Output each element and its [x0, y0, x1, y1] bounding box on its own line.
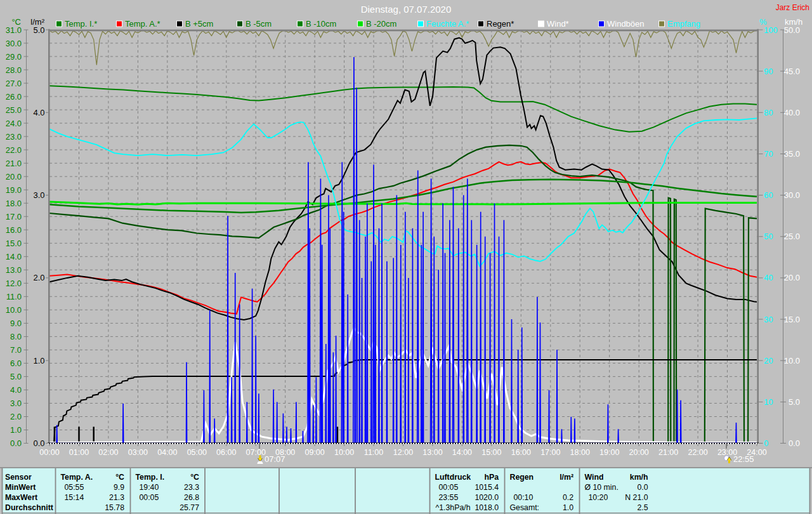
svg-text:30.0: 30.0	[6, 39, 22, 48]
svg-text:40.0: 40.0	[784, 108, 800, 117]
svg-text:07:00: 07:00	[246, 448, 266, 457]
svg-text:13:00: 13:00	[422, 448, 442, 457]
svg-text:l/m²: l/m²	[560, 473, 573, 482]
svg-text:9.0: 9.0	[10, 319, 22, 328]
svg-text:5.0: 5.0	[10, 372, 22, 381]
svg-text:50.0: 50.0	[784, 25, 800, 35]
svg-text:10.0: 10.0	[6, 305, 22, 315]
svg-text:Temp. I.: Temp. I.	[136, 473, 165, 482]
svg-text:4.0: 4.0	[10, 385, 22, 395]
svg-text:90: 90	[764, 67, 773, 76]
svg-text:Sensor: Sensor	[5, 473, 32, 482]
svg-text:15:14: 15:14	[65, 493, 84, 502]
svg-text:1.0: 1.0	[10, 425, 22, 435]
svg-text:Temp. I.*: Temp. I.*	[65, 19, 97, 29]
svg-text:05:55: 05:55	[65, 483, 84, 492]
svg-text:15:00: 15:00	[481, 448, 501, 457]
svg-text:03:00: 03:00	[128, 448, 148, 457]
svg-text:28.0: 28.0	[6, 65, 22, 75]
svg-text:14.0: 14.0	[6, 252, 22, 261]
svg-text:80: 80	[764, 108, 773, 117]
svg-text:B +5cm: B +5cm	[185, 19, 213, 29]
svg-text:30: 30	[764, 315, 773, 324]
svg-text:Regen: Regen	[510, 473, 534, 482]
svg-text:15.78: 15.78	[105, 503, 124, 512]
svg-text:25.77: 25.77	[180, 503, 199, 512]
svg-text:07:07: 07:07	[265, 454, 285, 464]
svg-text:00:10: 00:10	[514, 493, 534, 502]
svg-text:05:00: 05:00	[187, 448, 207, 457]
svg-text:12:00: 12:00	[393, 448, 413, 457]
svg-text:9.9: 9.9	[114, 483, 124, 492]
svg-text:15.0: 15.0	[784, 315, 800, 324]
svg-text:26.8: 26.8	[184, 493, 199, 502]
svg-text:10: 10	[764, 397, 773, 407]
svg-text:0.0: 0.0	[33, 438, 44, 448]
svg-text:14:00: 14:00	[452, 448, 472, 457]
svg-text:17.0: 17.0	[6, 212, 22, 221]
svg-text:02:00: 02:00	[98, 448, 118, 457]
svg-text:31.0: 31.0	[6, 25, 22, 35]
svg-text:7.0: 7.0	[10, 345, 22, 355]
svg-text:19.0: 19.0	[6, 185, 22, 195]
svg-text:22:00: 22:00	[688, 448, 707, 457]
svg-text:20.0: 20.0	[784, 273, 800, 282]
svg-text:23.3: 23.3	[184, 483, 199, 492]
svg-text:Ø 10 min.: Ø 10 min.	[585, 483, 619, 492]
svg-text:26.0: 26.0	[6, 92, 22, 102]
svg-text:10.0: 10.0	[784, 356, 800, 366]
svg-text:Durchschnitt: Durchschnitt	[5, 503, 53, 512]
svg-text:100: 100	[764, 25, 778, 35]
svg-text:11.0: 11.0	[6, 292, 22, 301]
svg-text:Wind*: Wind*	[547, 19, 569, 29]
svg-text:3.0: 3.0	[10, 399, 22, 408]
svg-text:35.0: 35.0	[784, 149, 800, 159]
svg-text:0: 0	[764, 438, 768, 448]
svg-text:11:00: 11:00	[364, 448, 383, 457]
svg-text:30.0: 30.0	[784, 190, 800, 200]
svg-text:N 21.0: N 21.0	[625, 493, 648, 502]
svg-text:8.0: 8.0	[10, 332, 22, 341]
svg-text:00:05: 00:05	[140, 493, 159, 502]
svg-text:23.0: 23.0	[6, 132, 22, 142]
svg-text:6.0: 6.0	[10, 359, 22, 368]
svg-text:09:00: 09:00	[304, 448, 324, 457]
svg-text:1018.0: 1018.0	[475, 503, 499, 512]
svg-text:19:40: 19:40	[140, 483, 159, 492]
svg-text:Windböen: Windböen	[607, 19, 645, 29]
svg-text:20: 20	[764, 356, 773, 366]
svg-text:23:55: 23:55	[439, 493, 459, 502]
svg-text:3.0: 3.0	[33, 190, 44, 200]
svg-text:29.0: 29.0	[6, 52, 22, 62]
svg-text:21.0: 21.0	[6, 159, 22, 168]
svg-text:21.3: 21.3	[109, 493, 124, 502]
svg-text:km/h: km/h	[630, 473, 648, 482]
svg-text:25.0: 25.0	[784, 232, 800, 241]
svg-text:B -10cm: B -10cm	[306, 19, 336, 29]
svg-text:22:55: 22:55	[733, 454, 754, 464]
svg-text:01:00: 01:00	[69, 448, 89, 457]
svg-text:Feuchte A.*: Feuchte A.*	[426, 19, 469, 29]
svg-text:2.5: 2.5	[637, 503, 648, 512]
svg-text:1.0: 1.0	[33, 356, 44, 366]
svg-text:Temp. A.: Temp. A.	[61, 473, 93, 482]
svg-text:24.0: 24.0	[6, 119, 22, 128]
svg-text:00:00: 00:00	[39, 448, 59, 457]
svg-text:50: 50	[764, 232, 773, 241]
svg-text:°C: °C	[115, 473, 124, 482]
svg-text:60: 60	[764, 190, 773, 200]
svg-text:Temp. A.*: Temp. A.*	[125, 19, 160, 29]
svg-text:Empfang: Empfang	[667, 19, 700, 29]
svg-text:Regen*: Regen*	[487, 19, 514, 29]
svg-text:70: 70	[764, 149, 773, 159]
svg-text:12.0: 12.0	[6, 279, 22, 288]
svg-text:MaxWert: MaxWert	[5, 493, 37, 502]
svg-text:15.0: 15.0	[6, 239, 22, 248]
svg-text:18.0: 18.0	[6, 199, 22, 208]
svg-text:5.0: 5.0	[789, 397, 800, 407]
svg-text:25.0: 25.0	[6, 105, 22, 115]
svg-text:18:00: 18:00	[570, 448, 590, 457]
svg-text:hPa: hPa	[484, 473, 499, 482]
svg-text:^1.3hPa/h: ^1.3hPa/h	[436, 503, 471, 512]
svg-text:0.2: 0.2	[563, 493, 573, 502]
